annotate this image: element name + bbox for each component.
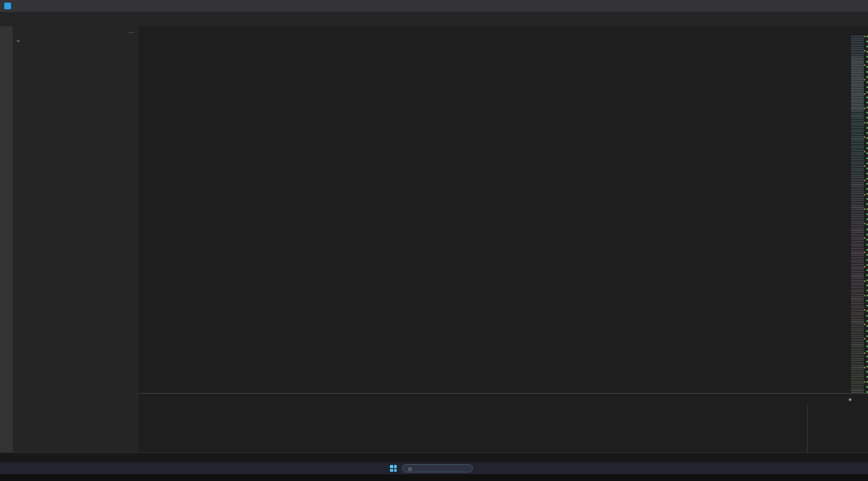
chevron-down-icon: ›	[15, 38, 21, 44]
editor-area: ▣	[140, 26, 868, 452]
explorer-root-folder[interactable]: ›	[13, 36, 139, 46]
terminal-profile[interactable]: ▣	[847, 396, 855, 403]
panel-body	[140, 405, 868, 452]
terminal-icon: ▣	[847, 396, 854, 403]
windows-terminal-strip	[0, 474, 868, 481]
status-bar	[0, 452, 868, 462]
explorer-sidebar: ⋯ ›	[13, 26, 140, 452]
terminal-output[interactable]	[140, 405, 807, 452]
editor-actions	[856, 12, 868, 26]
overview-ruler	[864, 36, 868, 393]
title-bar	[0, 0, 868, 12]
taskbar-search[interactable]: ⊙	[402, 464, 473, 473]
panel-tab-bar: ▣	[140, 394, 868, 405]
minimap-slider[interactable]	[851, 57, 864, 110]
file-tree	[13, 46, 139, 452]
search-icon: ⊙	[408, 466, 412, 472]
terminal-toolbar: ▣	[847, 394, 861, 405]
more-actions-icon[interactable]: ⋯	[128, 29, 134, 35]
breadcrumb	[140, 26, 868, 36]
sidebar-header: ⋯	[13, 26, 139, 36]
editor-tab-bar	[0, 12, 868, 26]
code-view[interactable]	[140, 36, 851, 393]
windows-taskbar: ⊙	[0, 462, 868, 474]
vscode-window: ⋯ ›	[0, 0, 868, 481]
editor-tabs	[0, 12, 856, 26]
start-button[interactable]	[390, 465, 397, 472]
bottom-panel: ▣	[140, 393, 868, 452]
taskbar-center: ⊙	[390, 462, 478, 474]
activity-bar	[0, 26, 13, 452]
editor[interactable]	[140, 36, 868, 393]
vscode-logo-icon	[4, 3, 11, 9]
terminal-sessions-list	[807, 405, 868, 452]
minimap[interactable]	[851, 36, 864, 393]
workbench: ⋯ ›	[0, 26, 868, 452]
